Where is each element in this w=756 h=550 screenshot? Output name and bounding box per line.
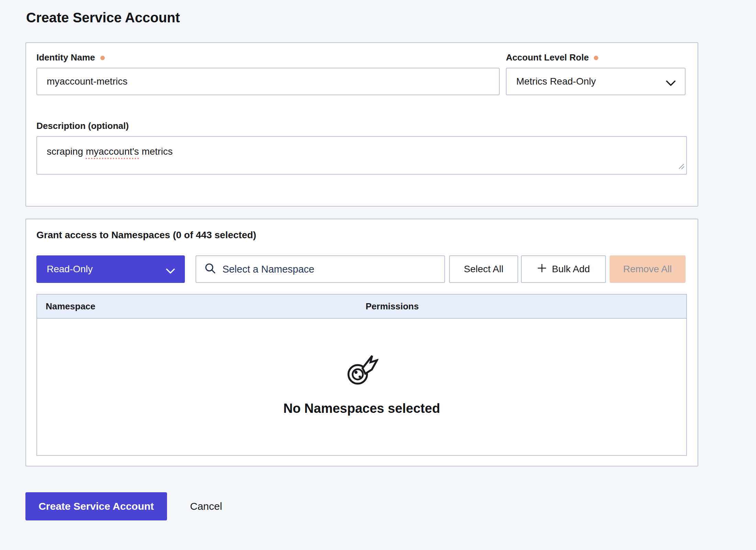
identity-name-input[interactable] <box>36 68 500 95</box>
namespace-controls: Read-Only Select All Bulk Add Remove All <box>36 255 686 283</box>
description-text: metrics <box>139 146 173 157</box>
create-service-account-button[interactable]: Create Service Account <box>25 492 167 520</box>
description-textarea[interactable]: scraping myaccount's metrics <box>36 136 687 175</box>
description-label: Description (optional) <box>36 121 129 131</box>
namespaces-card: Grant access to Namespaces (0 of 443 sel… <box>25 219 698 466</box>
namespace-search-input[interactable] <box>222 264 429 275</box>
column-header-namespace: Namespace <box>37 301 366 312</box>
permission-level-dropdown[interactable]: Read-Only <box>36 255 185 283</box>
permission-level-value: Read-Only <box>47 264 93 275</box>
column-header-permissions: Permissions <box>366 301 419 312</box>
comet-icon <box>345 353 378 387</box>
chevron-down-icon <box>666 78 676 89</box>
page-title: Create Service Account <box>26 8 756 27</box>
footer-actions: Create Service Account Cancel <box>25 492 756 520</box>
cancel-button[interactable]: Cancel <box>190 500 222 512</box>
namespace-search[interactable] <box>196 255 445 283</box>
required-indicator-icon <box>594 56 598 60</box>
description-text: scraping <box>47 146 86 157</box>
plus-icon <box>537 263 547 276</box>
bulk-add-button[interactable]: Bulk Add <box>521 255 605 283</box>
table-header-row: Namespace Permissions <box>37 295 686 319</box>
account-level-role-value: Metrics Read-Only <box>516 76 596 87</box>
search-icon <box>204 263 216 276</box>
required-indicator-icon <box>100 56 105 60</box>
description-misspelled-word: myaccount's <box>86 146 139 157</box>
table-body-empty-state: No Namespaces selected <box>37 319 686 455</box>
chevron-down-icon <box>166 266 175 277</box>
account-level-role-label: Account Level Role <box>506 52 589 63</box>
identity-name-label: Identity Name <box>36 52 95 63</box>
remove-all-button-disabled[interactable]: Remove All <box>610 255 686 283</box>
textarea-resize-handle-icon[interactable] <box>678 161 685 173</box>
grant-access-heading: Grant access to Namespaces (0 of 443 sel… <box>36 230 686 241</box>
account-level-role-select[interactable]: Metrics Read-Only <box>506 68 686 95</box>
namespaces-table: Namespace Permissions No Namespaces sele… <box>36 294 687 456</box>
select-all-button[interactable]: Select All <box>449 255 519 283</box>
identity-card: Identity Name Account Level Role Metrics… <box>25 42 698 207</box>
empty-state-message: No Namespaces selected <box>283 401 440 416</box>
